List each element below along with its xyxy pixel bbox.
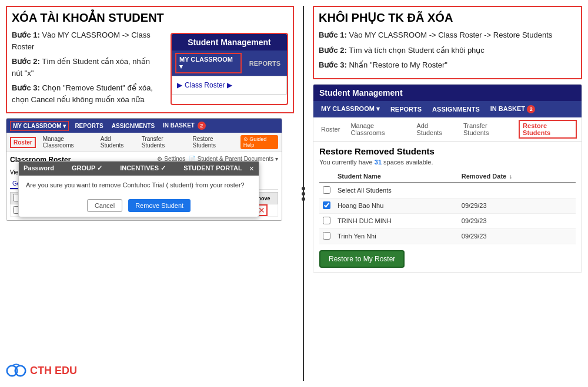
cs-subnav-roster[interactable]: Roster [10,137,36,148]
sm-right-nav-myclassroom[interactable]: MY CLASSROOM ▾ [318,103,383,115]
sm-row-checkbox-2[interactable] [323,217,330,224]
right-step-3: Bước 3: Nhấn "Restore to My Roster" [319,59,576,71]
sm-right-subnav-roster[interactable]: Roster [318,124,343,134]
cs-topbar-inbasket[interactable]: IN BASKET 2 [161,120,208,131]
sm-td-date-1: 09/29/23 [458,198,576,213]
right-step-1-label: Bước 1: [319,31,347,39]
cs-subnav-restore[interactable]: Restore Students [191,134,236,150]
footer-brand: CTH EDU [30,365,77,377]
sm-th-date[interactable]: Removed Date [458,170,576,183]
sm-right-nav-reports[interactable]: REPORTS [387,104,425,115]
cs-guided-help[interactable]: ⊙ Guided Help [240,135,278,149]
cth-logo-icon [6,361,26,381]
sort-icon [508,173,512,180]
sm-td-checkbox-all [319,183,334,198]
left-title: XÓA TÀI KHOẢN STUDENT [12,11,288,25]
table-row: Trinh Yen Nhi 09/29/23 [319,228,576,244]
left-step-1-label: Bước 1: [12,31,40,39]
sm-right-subnav-restore[interactable]: Restore Students [519,120,577,139]
table-row: TRINH DUC MINH 09/29/23 [319,213,576,228]
right-step-2-text: Tìm và tích chọn Student cần khôi phục [349,46,485,55]
divider-dots [302,187,305,201]
footer-brand-cth: CTH [30,365,52,376]
left-step-3: Bước 3: Chọn "Remove Student" để xóa, ch… [12,82,160,105]
left-step-1: Bước 1: Vào MY CLASSROOM -> Class Roster [12,29,160,52]
right-step-3-text: Nhấn "Restore to My Roster" [349,60,447,69]
cs-topbar-assignments[interactable]: ASSIGNMENTS [109,122,157,130]
sm-row-checkbox-3[interactable] [323,232,330,240]
sm-small-nav: MY CLASSROOM ▾ REPORTS [172,51,287,76]
sm-right-nav-inbasket[interactable]: IN BASKET 2 [487,103,538,115]
sm-row-checkbox-1[interactable] [323,201,330,209]
divider-dot-1 [302,187,305,190]
sm-th-checkbox [319,170,334,183]
sm-right-nav: MY CLASSROOM ▾ REPORTS ASSIGNMENTS IN BA… [313,101,582,117]
cs-topbar-reports[interactable]: REPORTS [72,122,105,130]
sm-td-name-3: Trinh Yen Nhi [334,228,458,244]
popup-body: Are you sure you want to remove Contuhoc… [19,176,259,195]
sm-small-header: Student Management [172,34,287,51]
sm-td-name-2: TRINH DUC MINH [334,213,458,228]
left-step-2-label: Bước 2: [12,57,40,66]
divider-dot-2 [302,192,305,196]
popup-col-portal: STUDENT PORTAL [183,164,242,172]
right-step-1: Bước 1: Vào MY CLASSROOM -> Class Roster… [319,29,576,41]
popup-close-button[interactable]: × [249,164,254,173]
sm-right-subnav-manage[interactable]: Manage Classrooms [348,121,409,137]
sm-td-checkbox-1 [319,198,334,213]
cs-subnav-transfer[interactable]: Transfer Students [139,134,186,150]
sm-right-subnav-add[interactable]: Add Students [413,121,456,137]
divider-dot-3 [302,197,305,201]
cs-subnav-add[interactable]: Add Students [98,134,135,150]
right-step-2-label: Bước 2: [319,46,347,55]
popup-remove-button[interactable]: Remove Student [128,199,191,212]
right-panel: KHÔI PHỤC TK ĐÃ XÓA Bước 1: Vào MY CLASS… [313,6,582,381]
sm-right-info-text1: You currently have [319,159,373,166]
sm-right-subnav: Roster Manage Classrooms Add Students Tr… [313,117,582,142]
sm-right-nav-assignments[interactable]: ASSIGNMENTS [429,104,483,115]
sm-screenshot-small: Student Management MY CLASSROOM ▾ REPORT… [171,33,288,105]
table-row: Select All Students [319,183,576,198]
sm-td-date-3: 09/29/23 [458,228,576,244]
popup-header-cols: Password GROUP ✓ INCENTIVES ✓ STUDENT PO… [24,164,242,172]
right-step-1-text: Vào MY CLASSROOM -> Class Roster -> Rest… [349,31,552,39]
popup-col-group: GROUP ✓ [72,164,102,172]
sm-right-info-count: 31 [375,159,382,166]
footer-brand-edu: EDU [55,365,77,376]
sm-td-checkbox-2 [319,213,334,228]
sm-right-table: Student Name Removed Date Select All Stu… [319,170,576,244]
cs-topbar: MY CLASSROOM ▾ REPORTS ASSIGNMENTS IN BA… [6,119,282,133]
popup-actions: Cancel Remove Student [19,194,259,217]
remove-confirm-popup: Password GROUP ✓ INCENTIVES ✓ STUDENT PO… [18,161,259,218]
sm-right-subnav-transfer[interactable]: Transfer Students [460,121,514,137]
left-step-2: Bước 2: Tìm đến Student cần xóa, nhấn nú… [12,56,160,79]
right-step-3-label: Bước 3: [319,60,347,69]
sm-right-header: Student Management [313,85,582,101]
sm-right-body-title: Restore Removed Students [319,146,576,156]
classroom-screenshot: MY CLASSROOM ▾ REPORTS ASSIGNMENTS IN BA… [6,118,282,221]
right-step-2: Bước 2: Tìm và tích chọn Student cần khô… [319,45,576,56]
cs-topbar-myclassroom[interactable]: MY CLASSROOM ▾ [10,121,69,131]
table-row: Hoang Bao Nhu 09/29/23 [319,198,576,213]
popup-cancel-button[interactable]: Cancel [87,199,122,212]
sm-small-class-roster[interactable]: ▶ Class Roster ▶ [177,79,282,91]
left-panel: XÓA TÀI KHOẢN STUDENT Bước 1: Vào MY CLA… [6,6,294,381]
cs-subnav-manage[interactable]: Manage Classrooms [41,134,93,150]
right-title: KHÔI PHỤC TK ĐÃ XÓA [319,11,576,25]
sm-small-dropdown: ▶ Class Roster ▶ [172,76,287,95]
restore-to-roster-button[interactable]: Restore to My Roster [319,250,405,268]
popup-header: Password GROUP ✓ INCENTIVES ✓ STUDENT PO… [19,161,259,176]
sm-right-body: Restore Removed Students You currently h… [313,142,582,272]
footer: CTH EDU [6,361,77,381]
sm-td-select-all-label: Select All Students [334,183,576,198]
sm-small-nav-reports[interactable]: REPORTS [246,58,283,69]
cs-badge: 2 [198,122,206,130]
popup-col-incentives: INCENTIVES ✓ [120,164,166,172]
sm-small-nav-myclassroom[interactable]: MY CLASSROOM ▾ [175,53,242,73]
sm-td-checkbox-3 [319,228,334,244]
sm-right-info: You currently have 31 spaces available. [319,159,576,166]
sm-select-all-checkbox[interactable] [323,186,330,194]
sm-th-name[interactable]: Student Name [334,170,458,183]
class-roster-arrow-icon: ▶ [177,81,182,89]
sm-td-name-1: Hoang Bao Nhu [334,198,458,213]
